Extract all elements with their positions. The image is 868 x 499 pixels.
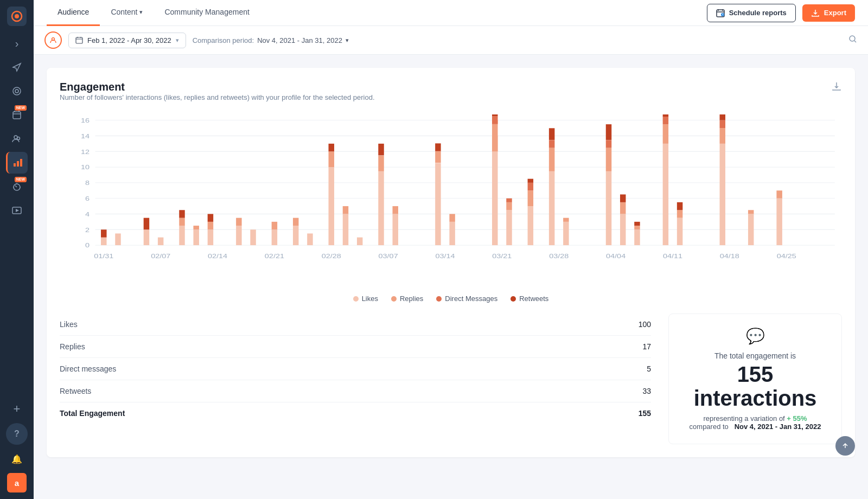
sidebar-item-ads[interactable] [6, 200, 28, 221]
bar-likes [158, 238, 163, 245]
legend-replies-dot [391, 296, 397, 302]
bar-dm [506, 199, 512, 202]
bar-likes [357, 238, 362, 245]
bar-replies [563, 218, 569, 222]
tab-audience[interactable]: Audience [47, 0, 100, 26]
bar-replies [179, 218, 184, 226]
content-dropdown-arrow: ▾ [139, 9, 143, 16]
bar-likes [528, 206, 533, 245]
legend-likes-dot [353, 296, 359, 302]
engagement-chart-svg: 16 14 12 10 8 6 4 2 0 [60, 114, 842, 288]
bar-dm [606, 140, 611, 148]
bar-replies [606, 148, 611, 171]
bar-likes [492, 136, 497, 245]
dashboard-badge: NEW [15, 177, 27, 182]
stats-row-likes: Likes 100 [60, 314, 651, 336]
top-navigation: Audience Content ▾ Community Management … [34, 0, 868, 26]
engagement-summary-card: 💬 The total engagement is 155 interactio… [668, 314, 842, 444]
summary-number: 155 interactions [682, 362, 828, 410]
legend-likes: Likes [353, 295, 378, 303]
bar-likes [307, 233, 312, 245]
stats-row-total: Total Engagement 155 [60, 402, 651, 424]
sidebar-item-publish[interactable] [6, 56, 28, 78]
export-button[interactable]: Export [802, 4, 855, 22]
bar-retweets [606, 124, 611, 140]
bar-likes [101, 238, 106, 245]
sidebar-help-button[interactable]: ? [6, 423, 28, 445]
sidebar-item-dashboard[interactable]: NEW [6, 176, 28, 197]
svg-rect-9 [20, 159, 22, 167]
bar-replies [236, 218, 241, 226]
app-logo[interactable] [7, 7, 27, 26]
filter-bar: Feb 1, 2022 - Apr 30, 2022 ▾ Comparison … [34, 26, 868, 55]
bar-likes [272, 229, 277, 245]
export-icon [811, 9, 820, 17]
svg-text:02/14: 02/14 [208, 252, 227, 259]
legend-replies: Replies [391, 295, 423, 303]
bar-retweets [549, 128, 554, 140]
tab-content[interactable]: Content ▾ [100, 0, 154, 26]
schedule-badge: NEW [15, 105, 27, 111]
sidebar-item-schedule[interactable]: NEW [6, 104, 28, 126]
bar-retweets [720, 114, 725, 120]
sidebar-item-listen[interactable] [6, 80, 28, 102]
chart-download-button[interactable] [831, 81, 842, 94]
bar-likes [343, 214, 348, 245]
svg-text:04/11: 04/11 [663, 252, 682, 259]
bar-replies [776, 190, 782, 198]
summary-footer: representing a variation of + 55% compar… [690, 414, 821, 431]
bar-retweets [620, 194, 626, 202]
sidebar-add-button[interactable]: + [6, 398, 28, 420]
chart-subtitle: Number of followers' interactions (likes… [60, 93, 375, 101]
svg-text:14: 14 [81, 132, 90, 139]
bar-replies [293, 218, 298, 226]
sidebar-account-button[interactable]: a [7, 473, 27, 492]
engagement-card: Engagement Number of followers' interact… [47, 68, 855, 457]
svg-text:6: 6 [85, 195, 90, 202]
search-button[interactable] [848, 35, 857, 46]
bar-retweets [528, 179, 533, 183]
bar-likes [563, 222, 569, 245]
bar-retweets [492, 114, 497, 116]
legend-retweets: Retweets [510, 295, 548, 303]
svg-text:01/31: 01/31 [94, 252, 113, 259]
svg-text:04/25: 04/25 [777, 252, 796, 259]
profile-selector[interactable] [44, 31, 62, 49]
sidebar: › NEW NEW + ? 🔔 a [0, 0, 34, 499]
bar-likes [506, 210, 512, 245]
svg-text:03/28: 03/28 [549, 252, 569, 259]
svg-text:2: 2 [85, 226, 90, 233]
bar-likes [606, 171, 611, 245]
svg-text:12: 12 [81, 148, 90, 155]
bar-replies [343, 206, 348, 214]
sidebar-item-analytics[interactable] [6, 152, 28, 174]
sidebar-collapse[interactable]: › [6, 33, 28, 54]
date-range-picker[interactable]: Feb 1, 2022 - Apr 30, 2022 ▾ [68, 33, 186, 48]
bar-retweets [663, 114, 668, 117]
svg-text:04/04: 04/04 [606, 252, 626, 259]
stats-row-retweets: Retweets 33 [60, 380, 651, 402]
sidebar-item-engage[interactable] [6, 128, 28, 150]
bar-likes [179, 226, 184, 245]
bar-likes [677, 218, 682, 245]
back-to-top-button[interactable] [835, 436, 855, 456]
bar-retweets [634, 222, 640, 226]
tab-community-management[interactable]: Community Management [154, 0, 260, 26]
svg-text:04/18: 04/18 [720, 252, 739, 259]
bar-retweets [378, 144, 384, 156]
bar-retweets [208, 214, 213, 221]
svg-rect-7 [14, 163, 16, 167]
bar-replies [393, 206, 398, 214]
schedule-reports-button[interactable]: Schedule reports [707, 4, 796, 22]
sidebar-bottom: + ? 🔔 a [6, 398, 28, 492]
bar-replies [720, 128, 725, 144]
svg-rect-4 [13, 112, 21, 119]
sidebar-notifications-button[interactable]: 🔔 [6, 448, 28, 470]
svg-text:03/21: 03/21 [492, 252, 512, 259]
bar-likes [378, 171, 384, 245]
bar-retweets [179, 210, 184, 217]
bar-likes [748, 214, 754, 245]
svg-text:03/07: 03/07 [379, 252, 398, 259]
comparison-period-picker[interactable]: Comparison period: Nov 4, 2021 - Jan 31,… [193, 36, 349, 44]
engagement-stats-table: Likes 100 Replies 17 Direct messages 5 R… [60, 314, 651, 444]
